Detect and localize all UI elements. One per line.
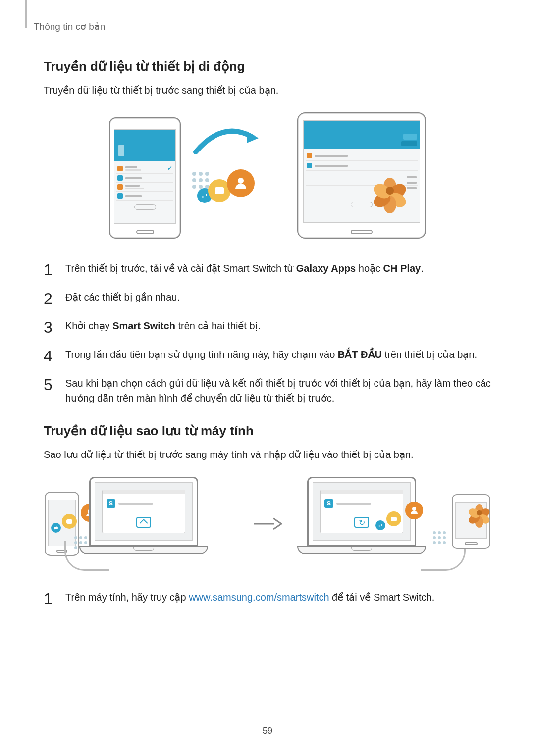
step-link[interactable]: www.samsung.com/smartswitch bbox=[189, 592, 329, 603]
phone-device: ✓ bbox=[109, 117, 181, 239]
section1-steps: Trên thiết bị trước, tải về và cài đặt S… bbox=[44, 261, 491, 405]
flower-icon bbox=[373, 169, 407, 204]
section2-intro: Sao lưu dữ liệu từ thiết bị trước sang m… bbox=[44, 448, 491, 462]
restore-icon bbox=[354, 517, 369, 528]
breadcrumb: Thông tin cơ bản bbox=[34, 21, 491, 32]
step-bold: Galaxy Apps bbox=[296, 263, 356, 274]
flower-icon bbox=[468, 499, 491, 522]
step-1: Trên thiết bị trước, tải về và cài đặt S… bbox=[44, 261, 491, 276]
header-rule bbox=[25, 0, 27, 28]
step-4: Trong lần đầu tiên bạn sử dụng tính năng… bbox=[44, 347, 491, 362]
smartswitch-badge-icon: S bbox=[107, 499, 115, 508]
transfer-arrow-icon bbox=[193, 127, 263, 157]
cable-icon bbox=[64, 541, 109, 571]
step-bold: BẮT ĐẦU bbox=[338, 349, 382, 360]
content-bubbles-icon: ⇄ bbox=[386, 502, 446, 541]
upload-icon bbox=[136, 517, 151, 528]
page-content: Thông tin cơ bản Truyền dữ liệu từ thiết… bbox=[0, 0, 535, 605]
step-text: . bbox=[421, 263, 424, 274]
section2-title: Truyền dữ liệu sao lưu từ máy tính bbox=[44, 423, 491, 439]
step-text: Trong lần đầu tiên bạn sử dụng tính năng… bbox=[65, 349, 338, 360]
step-text: Trên thiết bị trước, tải về và cài đặt S… bbox=[65, 263, 296, 274]
step-text: Khởi chạy bbox=[65, 320, 112, 331]
step-text: trên thiết bị của bạn. bbox=[382, 349, 477, 360]
step-text: để tải về Smart Switch. bbox=[329, 592, 435, 603]
step-5: Sau khi bạn chọn cách gửi dữ liệu và kết… bbox=[44, 376, 491, 405]
section2-steps: Trên máy tính, hãy truy cập www.samsung.… bbox=[44, 590, 491, 605]
panel-backup: ⇄ S bbox=[45, 477, 248, 571]
page-number: 59 bbox=[0, 726, 535, 736]
step-text: Trên máy tính, hãy truy cập bbox=[65, 592, 189, 603]
step-bold: Smart Switch bbox=[112, 320, 175, 331]
arrow-right-icon bbox=[253, 516, 282, 531]
panel-restore: S ⇄ bbox=[287, 477, 490, 571]
step-3: Khởi chạy Smart Switch trên cả hai thiết… bbox=[44, 318, 491, 333]
section1-title: Truyền dữ liệu từ thiết bị di động bbox=[44, 59, 491, 74]
step-bold: CH Play bbox=[383, 263, 421, 274]
smartswitch-badge-icon: S bbox=[324, 499, 333, 508]
step-text: hoặc bbox=[356, 263, 383, 274]
content-bubbles-icon: ⇄ bbox=[208, 169, 268, 209]
step-2: Đặt các thiết bị gần nhau. bbox=[44, 290, 491, 304]
illustration-mobile-transfer: ✓ ⇄ bbox=[44, 112, 491, 241]
step-1: Trên máy tính, hãy truy cập www.samsung.… bbox=[44, 590, 491, 605]
section1-intro: Truyền dữ liệu từ thiết bị trước sang th… bbox=[44, 83, 491, 98]
step-text: trên cả hai thiết bị. bbox=[175, 320, 261, 331]
illustration-pc-backup: ⇄ S bbox=[45, 477, 490, 576]
